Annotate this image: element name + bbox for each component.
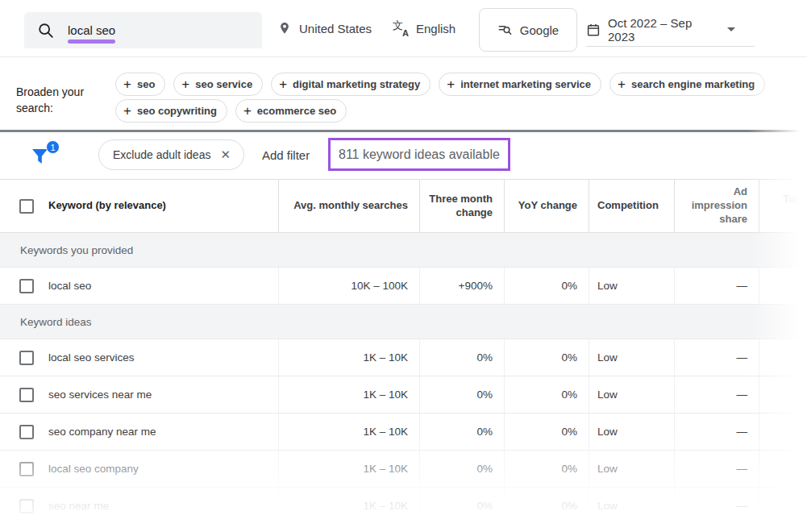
location-pin-icon: [277, 21, 292, 35]
add-filter-button[interactable]: Add filter: [262, 132, 310, 177]
chip-label: digital marketing strategy: [293, 78, 420, 90]
table-section-header: Keywords you provided: [0, 233, 807, 268]
table-body: Keywords you providedlocal seo10K – 100K…: [0, 233, 807, 525]
broaden-chip[interactable]: +seo copywriting: [115, 99, 227, 123]
search-network-button[interactable]: Google: [479, 8, 577, 52]
cell-top-of-page-bid: [759, 451, 807, 487]
cell-ad-impression-share: —: [674, 451, 759, 487]
table-row[interactable]: local seo company1K – 10K0%0%Low—: [0, 451, 807, 488]
cell-keyword: local seo services: [0, 339, 278, 376]
plus-icon: +: [618, 77, 626, 91]
column-header-three-month-change[interactable]: Three month change: [419, 180, 504, 232]
cell-avg-monthly-searches: 1K – 10K: [278, 451, 419, 487]
row-checkbox[interactable]: [19, 462, 34, 476]
row-checkbox[interactable]: [19, 499, 34, 513]
cell-three-month-change: +900%: [419, 268, 504, 304]
row-checkbox[interactable]: [19, 425, 34, 439]
column-header-label: Ad impression share: [675, 185, 747, 227]
cell-keyword: seo company near me: [0, 414, 278, 450]
cell-yoy-change: 0%: [504, 451, 589, 487]
table-row[interactable]: local seo services1K – 10K0%0%Low—: [0, 339, 807, 376]
keyword-table: Keyword (by relevance)Avg. monthly searc…: [0, 179, 807, 525]
cell-three-month-change: 0%: [419, 339, 504, 376]
cell-competition: Low: [589, 414, 674, 450]
column-header-label: Avg. monthly searches: [293, 199, 408, 213]
exclude-chip-label: Exclude adult ideas: [113, 148, 210, 161]
table-row[interactable]: seo services near me1K – 10K0%0%Low—: [0, 376, 807, 414]
plus-icon: +: [447, 77, 455, 91]
keyword-search-input[interactable]: local seo: [24, 12, 262, 48]
table-row[interactable]: seo company near me1K – 10K0%0%Low—: [0, 414, 807, 451]
cell-avg-monthly-searches: 1K – 10K: [278, 488, 419, 524]
search-value: local seo: [68, 23, 115, 37]
broaden-chip[interactable]: +seo: [115, 73, 165, 96]
cell-competition: Low: [589, 339, 674, 376]
row-checkbox[interactable]: [19, 279, 34, 293]
cell-keyword: local seo: [0, 268, 278, 304]
search-icon: [37, 22, 55, 39]
date-range-selector[interactable]: Oct 2022 – Sep 2023: [586, 13, 755, 47]
filter-bar: 1 Exclude adult ideas ✕ Add filter 811 k…: [0, 132, 807, 179]
ideas-count-label: 811 keyword ideas available: [339, 148, 500, 162]
cell-yoy-change: 0%: [504, 414, 589, 450]
cell-ad-impression-share: —: [674, 339, 759, 376]
column-header-avg-monthly-searches[interactable]: Avg. monthly searches: [278, 180, 419, 232]
filter-button[interactable]: 1: [31, 140, 60, 171]
table-section-header: Keyword ideas: [0, 305, 807, 339]
column-header-yoy-change[interactable]: YoY change: [504, 180, 589, 232]
table-row[interactable]: seo near me1K – 10K0%0%Low—: [0, 488, 807, 525]
cell-keyword: seo near me: [0, 488, 278, 524]
column-header-label: Keyword (by relevance): [48, 199, 166, 213]
row-checkbox[interactable]: [19, 388, 34, 402]
cell-competition: Low: [589, 451, 674, 487]
cell-avg-monthly-searches: 1K – 10K: [278, 414, 419, 450]
keyword-label: local seo company: [48, 462, 139, 476]
broaden-chip[interactable]: +search engine marketing: [609, 73, 765, 96]
date-range-label: Oct 2022 – Sep 2023: [608, 16, 720, 44]
chip-label: internet marketing service: [460, 78, 591, 90]
broaden-chips: +seo+seo service+digital marketing strat…: [115, 73, 765, 126]
location-selector[interactable]: United States: [277, 0, 372, 56]
broaden-chip[interactable]: +ecommerce seo: [235, 99, 347, 123]
chevron-down-icon: [727, 27, 735, 31]
cell-three-month-change: 0%: [419, 451, 504, 487]
cell-ad-impression-share: —: [674, 268, 759, 304]
cell-yoy-change: 0%: [504, 268, 589, 304]
column-header-top-of-page-bid-low-range[interactable]: Top of page bid (low range): [759, 180, 807, 232]
language-label: English: [416, 22, 455, 35]
language-selector[interactable]: 文A English: [393, 0, 455, 56]
cell-three-month-change: 0%: [419, 488, 504, 524]
cell-yoy-change: 0%: [504, 488, 589, 524]
table-row[interactable]: local seo10K – 100K+900%0%Low—: [0, 268, 807, 305]
keyword-label: seo company near me: [48, 425, 156, 439]
plus-icon: +: [123, 77, 131, 91]
row-checkbox[interactable]: [19, 351, 34, 365]
chip-label: seo: [137, 78, 155, 90]
plus-icon: +: [243, 104, 252, 118]
cell-ad-impression-share: —: [674, 414, 759, 450]
close-icon[interactable]: ✕: [220, 148, 231, 162]
cell-keyword: seo services near me: [0, 376, 278, 413]
broaden-chip[interactable]: +internet marketing service: [439, 73, 601, 96]
broaden-chip[interactable]: +digital marketing strategy: [271, 73, 431, 96]
plus-icon: +: [279, 77, 287, 91]
cell-yoy-change: 0%: [504, 376, 589, 413]
column-header-keyword-by-relevance[interactable]: Keyword (by relevance): [0, 180, 278, 232]
cell-top-of-page-bid: [759, 376, 807, 413]
column-header-competition[interactable]: Competition: [589, 180, 674, 232]
calendar-icon: [586, 23, 601, 37]
keyword-label: seo near me: [48, 499, 109, 513]
column-header-ad-impression-share[interactable]: Ad impression share: [674, 180, 759, 232]
column-header-label: YoY change: [518, 199, 577, 213]
cell-three-month-change: 0%: [419, 414, 504, 450]
cell-top-of-page-bid: [759, 414, 807, 450]
broaden-search-section: Broaden your search: +seo+seo service+di…: [0, 56, 807, 130]
select-all-checkbox[interactable]: [19, 199, 34, 214]
column-header-label: Competition: [597, 199, 659, 213]
cell-ad-impression-share: —: [674, 376, 759, 413]
filter-count-badge: 1: [46, 140, 60, 154]
broaden-chip[interactable]: +seo service: [173, 73, 263, 96]
keyword-label: local seo services: [48, 351, 135, 365]
cell-three-month-change: 0%: [419, 376, 504, 413]
exclude-adult-ideas-chip[interactable]: Exclude adult ideas ✕: [98, 139, 244, 170]
